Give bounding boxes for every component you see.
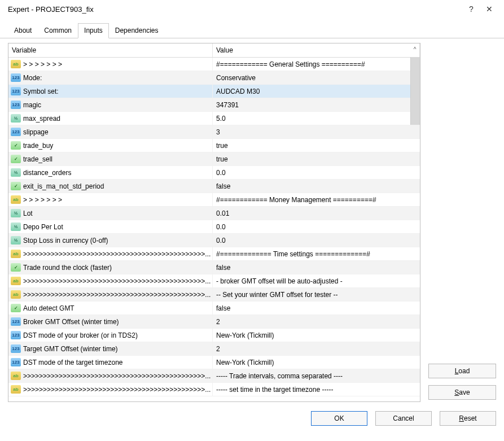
value-cell[interactable]: 3 bbox=[213, 125, 420, 138]
close-icon[interactable]: ✕ bbox=[480, 5, 498, 14]
value-cell[interactable]: 2 bbox=[213, 342, 420, 355]
value-text: 0.01 bbox=[216, 209, 229, 217]
ab-type-icon: ab bbox=[11, 60, 21, 68]
table-row[interactable]: ✓Auto detect GMTfalse bbox=[8, 302, 420, 315]
scroll-up-icon[interactable]: ^ bbox=[410, 43, 420, 57]
variable-cell: ab>>>>>>>>>>>>>>>>>>>>>>>>>>>>>>>>>>>>>>… bbox=[8, 247, 213, 260]
value-cell[interactable]: true bbox=[213, 139, 420, 152]
table-row[interactable]: ✓trade_selltrue bbox=[8, 152, 420, 166]
value-cell[interactable]: true bbox=[213, 152, 420, 165]
table-row[interactable]: ab> > > > > > >#============ Money Manag… bbox=[8, 193, 420, 207]
variable-name: magic bbox=[23, 101, 41, 109]
value-cell[interactable]: 5.0 bbox=[213, 112, 420, 125]
table-row[interactable]: 123magic347391 bbox=[8, 98, 420, 112]
variable-name: Target GMT Offset (winter time) bbox=[23, 345, 118, 353]
table-row[interactable]: ½max_spread5.0 bbox=[8, 112, 420, 125]
table-row[interactable]: 123DST mode of your broker (or in TDS2)N… bbox=[8, 329, 420, 342]
variable-cell: ab>>>>>>>>>>>>>>>>>>>>>>>>>>>>>>>>>>>>>>… bbox=[8, 383, 213, 396]
table-row[interactable]: 123Broker GMT Offset (winter time)2 bbox=[8, 315, 420, 329]
value-cell[interactable]: 0.0 bbox=[213, 220, 420, 233]
table-row[interactable]: ½Depo Per Lot0.0 bbox=[8, 220, 420, 234]
variable-cell: 123Target GMT Offset (winter time) bbox=[8, 342, 213, 355]
variable-cell: ✓Auto detect GMT bbox=[8, 302, 213, 315]
cancel-button[interactable]: Cancel bbox=[375, 411, 432, 426]
table-row[interactable]: ab>>>>>>>>>>>>>>>>>>>>>>>>>>>>>>>>>>>>>>… bbox=[8, 383, 420, 396]
variable-cell: 123Symbol set: bbox=[8, 85, 213, 98]
tab-common[interactable]: Common bbox=[38, 23, 78, 38]
header-variable[interactable]: Variable bbox=[8, 43, 213, 57]
value-cell[interactable]: - broker GMT offset will be auto-adjuste… bbox=[213, 274, 420, 287]
table-row[interactable]: ½Stop Loss in currency (0-off)0.0 bbox=[8, 234, 420, 247]
value-cell[interactable]: 0.01 bbox=[213, 207, 420, 220]
value-cell[interactable]: -- Set your winter GMT offset for tester… bbox=[213, 288, 420, 301]
header-value[interactable]: Value bbox=[213, 43, 420, 57]
value-cell[interactable]: #============ Money Management =========… bbox=[213, 193, 420, 206]
table-row[interactable]: ½Lot0.01 bbox=[8, 207, 420, 220]
table-row[interactable]: ✓exit_is_ma_not_std_periodfalse bbox=[8, 180, 420, 193]
table-row[interactable]: ab>>>>>>>>>>>>>>>>>>>>>>>>>>>>>>>>>>>>>>… bbox=[8, 247, 420, 261]
variable-cell: ½max_spread bbox=[8, 112, 213, 125]
value-cell[interactable]: false bbox=[213, 261, 420, 274]
value-text: #============= Time settings ===========… bbox=[216, 250, 370, 258]
int-type-icon: 123 bbox=[11, 358, 21, 366]
value-text: false bbox=[216, 182, 230, 190]
value-cell[interactable]: #============= Time settings ===========… bbox=[213, 247, 420, 260]
window-title: Expert - PROJECT903_fix bbox=[8, 5, 462, 14]
value-cell[interactable]: AUDCAD M30 bbox=[213, 85, 420, 98]
table-row[interactable]: ab>>>>>>>>>>>>>>>>>>>>>>>>>>>>>>>>>>>>>>… bbox=[8, 369, 420, 383]
table-row[interactable]: 123slippage3 bbox=[8, 125, 420, 139]
help-icon[interactable]: ? bbox=[462, 5, 480, 14]
value-cell[interactable]: Conservative bbox=[213, 71, 420, 84]
reset-button[interactable]: Reset bbox=[440, 411, 496, 426]
value-cell[interactable]: false bbox=[213, 302, 420, 315]
table-row[interactable]: ✓trade_buytrue bbox=[8, 139, 420, 152]
value-text: false bbox=[216, 264, 230, 272]
value-cell[interactable]: 347391 bbox=[213, 98, 420, 111]
tab-about[interactable]: About bbox=[8, 23, 38, 38]
table-row[interactable]: ✓Trade round the clock (faster)false bbox=[8, 261, 420, 274]
table-row[interactable]: 123Symbol set:AUDCAD M30 bbox=[8, 85, 420, 98]
load-button[interactable]: Load bbox=[428, 364, 496, 378]
tab-dependencies[interactable]: Dependencies bbox=[109, 23, 165, 38]
ab-type-icon: ab bbox=[11, 277, 21, 285]
value-cell[interactable]: 0.0 bbox=[213, 234, 420, 247]
bool-type-icon: ✓ bbox=[11, 141, 21, 150]
table-row[interactable]: ab>>>>>>>>>>>>>>>>>>>>>>>>>>>>>>>>>>>>>>… bbox=[8, 274, 420, 288]
int-type-icon: 123 bbox=[11, 317, 21, 326]
value-cell[interactable]: false bbox=[213, 180, 420, 193]
variable-name: Trade round the clock (faster) bbox=[23, 264, 112, 272]
variable-name: trade_sell bbox=[23, 155, 52, 163]
variable-name: Stop Loss in currency (0-off) bbox=[23, 237, 108, 244]
ab-type-icon: ab bbox=[11, 372, 21, 380]
tab-inputs[interactable]: Inputs bbox=[78, 23, 109, 38]
value-cell[interactable]: #============ General Settings =========… bbox=[213, 58, 420, 71]
table-row[interactable]: ½distance_orders0.0 bbox=[8, 166, 420, 180]
value-cell[interactable]: New-York (Tickmill) bbox=[213, 356, 420, 369]
save-button[interactable]: Save bbox=[428, 385, 496, 400]
table-row[interactable]: 123Target GMT Offset (winter time)2 bbox=[8, 342, 420, 356]
variable-name: >>>>>>>>>>>>>>>>>>>>>>>>>>>>>>>>>>>>>>>>… bbox=[23, 291, 211, 299]
variable-cell: ½Stop Loss in currency (0-off) bbox=[8, 234, 213, 247]
variable-cell: ✓Trade round the clock (faster) bbox=[8, 261, 213, 274]
value-cell[interactable]: 2 bbox=[213, 315, 420, 328]
table-row[interactable]: 123DST mode of the target timezoneNew-Yo… bbox=[8, 356, 420, 369]
value-text: New-York (Tickmill) bbox=[216, 331, 274, 339]
value-cell[interactable]: ----- set time in the target timezone --… bbox=[213, 383, 420, 396]
inputs-grid: Variable Value ^ ab> > > > > > >#=======… bbox=[8, 43, 420, 402]
table-row[interactable]: 123Mode:Conservative bbox=[8, 71, 420, 85]
dec-type-icon: ½ bbox=[11, 236, 21, 244]
dec-type-icon: ½ bbox=[11, 209, 21, 217]
int-type-icon: 123 bbox=[11, 344, 21, 353]
value-cell[interactable]: New-York (Tickmill) bbox=[213, 329, 420, 342]
table-row[interactable]: ab> > > > > > >#============ General Set… bbox=[8, 58, 420, 71]
value-cell[interactable]: ----- Trade intervals, comma separated -… bbox=[213, 369, 420, 382]
value-text: true bbox=[216, 155, 228, 163]
ok-button[interactable]: OK bbox=[311, 411, 367, 426]
variable-name: max_spread bbox=[23, 115, 60, 123]
variable-cell: 123slippage bbox=[8, 125, 213, 138]
table-row[interactable]: ab>>>>>>>>>>>>>>>>>>>>>>>>>>>>>>>>>>>>>>… bbox=[8, 288, 420, 302]
bool-type-icon: ✓ bbox=[11, 155, 21, 163]
value-cell[interactable]: 0.0 bbox=[213, 166, 420, 179]
scrollbar-thumb[interactable] bbox=[410, 57, 420, 125]
value-text: 2 bbox=[216, 318, 220, 326]
